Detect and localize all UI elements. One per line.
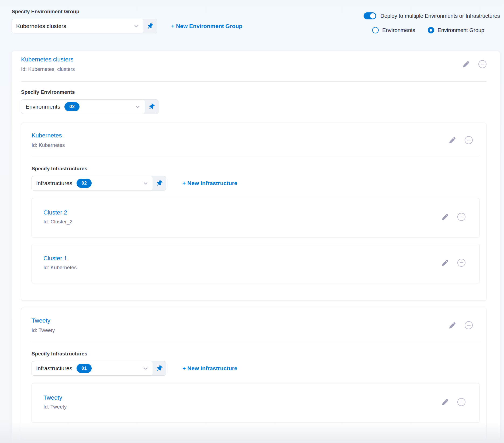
environment-group-info: Kubernetes clusters Id: Kubernetes_clust… xyxy=(21,56,75,73)
edit-infrastructure-button[interactable] xyxy=(442,260,448,266)
infrastructures-select-value: Infrastructures xyxy=(36,365,72,372)
infrastructure-title[interactable]: Tweety xyxy=(43,394,67,402)
environment-info: Kubernetes Id: Kubernetes xyxy=(32,131,65,149)
divider xyxy=(21,81,486,82)
pin-icon xyxy=(147,103,156,111)
environments-select-value: Environments xyxy=(26,103,60,110)
infrastructures-select[interactable]: Infrastructures 02 xyxy=(32,176,166,191)
radio-environment-group[interactable]: Environment Group xyxy=(428,27,484,33)
environment-card-tweety: Tweety Id: Tweety Specify Infrastructure… xyxy=(21,308,486,440)
radio-environments[interactable]: Environments xyxy=(372,27,415,33)
divider xyxy=(32,156,480,156)
infrastructures-select-value: Infrastructures xyxy=(36,180,72,186)
pencil-icon xyxy=(449,322,455,328)
pencil-icon xyxy=(463,61,469,67)
infrastructure-card-tweety: Tweety Id: Tweety xyxy=(32,383,480,423)
edit-environment-button[interactable] xyxy=(449,137,455,143)
edit-environment-button[interactable] xyxy=(449,322,455,328)
environment-group-select[interactable]: Kubernetes clusters xyxy=(12,19,157,33)
pin-icon xyxy=(155,179,164,188)
minus-circle-icon xyxy=(457,398,465,406)
environment-title[interactable]: Kubernetes xyxy=(32,131,65,140)
pencil-icon xyxy=(449,137,455,143)
deploy-options: Deploy to multiple Environments or Infra… xyxy=(364,12,500,33)
infrastructures-count-badge: 02 xyxy=(77,179,92,188)
infrastructure-id: Id: Kubernetes xyxy=(43,264,77,271)
infrastructure-info: Tweety Id: Tweety xyxy=(43,394,67,410)
environment-group-selector: Specify Environment Group Kubernetes clu… xyxy=(12,9,242,33)
chevron-down-icon xyxy=(139,181,148,186)
multi-env-toggle[interactable] xyxy=(364,12,376,19)
environment-id: Id: Kubernetes xyxy=(32,142,65,149)
infrastructure-id: Id: Tweety xyxy=(43,403,67,410)
environment-group-label: Specify Environment Group xyxy=(12,9,242,15)
divider xyxy=(32,341,480,341)
environment-group-select-value: Kubernetes clusters xyxy=(16,23,66,29)
minus-circle-icon xyxy=(478,60,486,68)
specify-infrastructures-label: Specify Infrastructures xyxy=(32,351,480,357)
minus-circle-icon xyxy=(457,259,465,267)
multi-env-toggle-label: Deploy to multiple Environments or Infra… xyxy=(380,13,500,19)
infrastructure-id: Id: Cluster_2 xyxy=(43,218,73,225)
infrastructure-title[interactable]: Cluster 1 xyxy=(43,254,77,262)
infrastructure-card-cluster-1: Cluster 1 Id: Kubernetes xyxy=(32,244,480,283)
minus-circle-icon xyxy=(465,321,473,329)
remove-environment-group-button[interactable] xyxy=(478,60,486,68)
topbar: Specify Environment Group Kubernetes clu… xyxy=(0,0,504,33)
remove-infrastructure-button[interactable] xyxy=(457,398,465,406)
minus-circle-icon xyxy=(457,213,465,221)
chevron-down-icon xyxy=(130,23,139,29)
chevron-down-icon xyxy=(139,366,148,371)
infrastructure-info: Cluster 1 Id: Kubernetes xyxy=(43,254,77,271)
environment-card-kubernetes: Kubernetes Id: Kubernetes Specify Infras… xyxy=(21,123,486,301)
new-infrastructure-link[interactable]: + New Infrastructure xyxy=(182,365,237,372)
pin-icon xyxy=(146,22,154,30)
environment-group-select-main[interactable]: Kubernetes clusters xyxy=(12,19,143,33)
environments-count-badge: 02 xyxy=(64,102,80,111)
pin-button[interactable] xyxy=(145,100,158,114)
remove-environment-button[interactable] xyxy=(465,321,473,329)
pencil-icon xyxy=(442,260,448,266)
radio-environments-circle[interactable] xyxy=(372,27,379,33)
environment-title[interactable]: Tweety xyxy=(32,317,55,325)
environment-group-id: Id: Kubernetes_clusters xyxy=(21,66,75,73)
remove-infrastructure-button[interactable] xyxy=(457,259,465,267)
infrastructures-select[interactable]: Infrastructures 01 xyxy=(32,361,166,376)
pin-button[interactable] xyxy=(153,176,166,190)
infrastructures-select-main[interactable]: Infrastructures 01 xyxy=(32,361,153,375)
edit-environment-group-button[interactable] xyxy=(463,61,469,67)
remove-infrastructure-button[interactable] xyxy=(457,213,465,221)
environment-group-card: Kubernetes clusters Id: Kubernetes_clust… xyxy=(12,51,500,443)
infrastructure-info: Cluster 2 Id: Cluster_2 xyxy=(43,209,73,225)
environment-group-title[interactable]: Kubernetes clusters xyxy=(21,56,75,64)
new-infrastructure-link[interactable]: + New Infrastructure xyxy=(182,180,237,186)
environments-select[interactable]: Environments 02 xyxy=(21,99,158,114)
remove-environment-button[interactable] xyxy=(465,136,473,144)
infrastructures-count-badge: 01 xyxy=(77,364,92,373)
infrastructure-card-cluster-2: Cluster 2 Id: Cluster_2 xyxy=(32,198,480,237)
toggle-knob xyxy=(370,13,375,19)
pencil-icon xyxy=(442,399,448,405)
environment-info: Tweety Id: Tweety xyxy=(32,317,55,334)
edit-infrastructure-button[interactable] xyxy=(442,214,448,220)
pencil-icon xyxy=(442,214,448,220)
pin-icon xyxy=(155,364,164,373)
radio-environment-group-label: Environment Group xyxy=(438,27,484,33)
radio-environment-group-circle[interactable] xyxy=(428,27,434,33)
edit-infrastructure-button[interactable] xyxy=(442,399,448,405)
minus-circle-icon xyxy=(465,136,473,144)
deploy-environments-page: Specify Environment Group Kubernetes clu… xyxy=(0,0,504,443)
target-type-radio-group: Environments Environment Group xyxy=(372,27,484,33)
infrastructures-select-main[interactable]: Infrastructures 02 xyxy=(32,176,153,190)
specify-environments-label: Specify Environments xyxy=(21,89,486,95)
specify-infrastructures-label: Specify Infrastructures xyxy=(32,166,480,172)
environments-select-main[interactable]: Environments 02 xyxy=(21,100,145,114)
pin-button[interactable] xyxy=(153,361,166,375)
new-environment-group-link[interactable]: + New Environment Group xyxy=(171,23,242,29)
chevron-down-icon xyxy=(131,104,140,109)
infrastructure-title[interactable]: Cluster 2 xyxy=(43,209,73,217)
environment-id: Id: Tweety xyxy=(32,327,55,334)
pin-button[interactable] xyxy=(143,19,157,33)
radio-environments-label: Environments xyxy=(382,27,415,33)
